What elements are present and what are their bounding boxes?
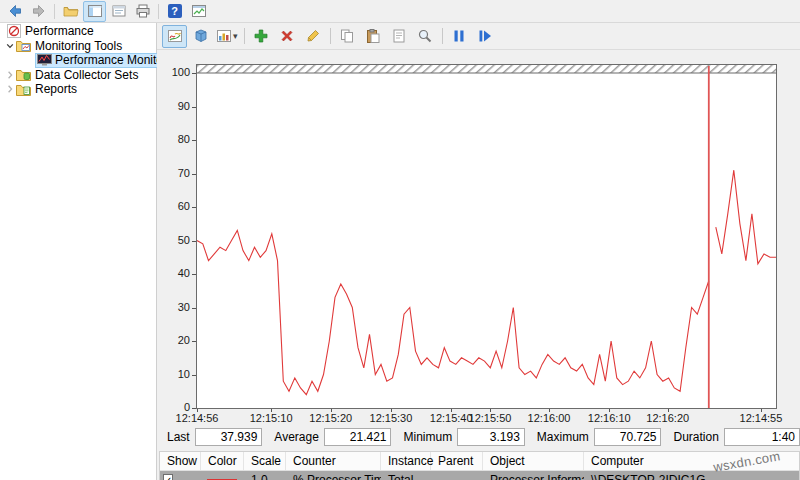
y-axis-tick bbox=[192, 408, 196, 409]
counter-name-cell: % Processor Time bbox=[286, 473, 381, 480]
y-axis-tick bbox=[192, 174, 196, 175]
chevron-expanded-icon[interactable] bbox=[3, 41, 16, 51]
folder-icon bbox=[63, 3, 79, 19]
printer-icon bbox=[135, 3, 151, 19]
chevron-collapsed-icon[interactable] bbox=[3, 70, 16, 80]
chevron-collapsed-icon[interactable] bbox=[3, 84, 16, 94]
y-axis-tick bbox=[192, 308, 196, 309]
x-axis-tick bbox=[761, 409, 762, 412]
performance-chart bbox=[197, 65, 776, 408]
help-icon: ? bbox=[168, 4, 182, 18]
tree-item-label: Monitoring Tools bbox=[35, 39, 122, 53]
column-header-counter[interactable]: Counter bbox=[286, 452, 381, 470]
tree-item-performance-monitor[interactable]: Performance Monitor bbox=[0, 53, 156, 68]
show-checkbox[interactable]: ✓ bbox=[163, 474, 173, 480]
counter-row[interactable]: ✓ 1.0 % Processor Time Total --- Process… bbox=[160, 471, 799, 480]
tree-item-monitoring-tools[interactable]: Monitoring Tools bbox=[0, 39, 156, 54]
column-header-show[interactable]: Show bbox=[160, 452, 201, 470]
x-axis-tick bbox=[609, 409, 610, 412]
toolbar-separator bbox=[158, 4, 159, 19]
tree-item-data-collector-sets[interactable]: Data Collector Sets bbox=[0, 68, 156, 83]
tree-item-label: Reports bbox=[35, 82, 77, 96]
y-axis-tick bbox=[192, 375, 196, 376]
x-axis-label: 12:15:40 bbox=[430, 412, 473, 424]
x-axis-tick bbox=[668, 409, 669, 412]
y-axis-tick bbox=[192, 140, 196, 141]
column-header-parent[interactable]: Parent bbox=[431, 452, 483, 470]
x-axis-tick bbox=[271, 409, 272, 412]
x-axis-tick bbox=[451, 409, 452, 412]
performance-window-button[interactable] bbox=[187, 1, 210, 22]
stat-value-last: 37.939 bbox=[195, 428, 263, 446]
y-axis-label: 20 bbox=[157, 334, 190, 347]
column-header-scale[interactable]: Scale bbox=[244, 452, 286, 470]
console-tree-icon bbox=[87, 3, 103, 19]
counter-show-cell: ✓ bbox=[160, 473, 201, 480]
y-axis-label: 50 bbox=[157, 234, 190, 247]
x-axis-tick bbox=[490, 409, 491, 412]
performance-monitor-icon bbox=[37, 54, 52, 66]
open-folder-button[interactable] bbox=[59, 1, 82, 22]
export-list-button[interactable] bbox=[107, 1, 130, 22]
selected-item-highlight: Performance Monitor bbox=[35, 53, 170, 68]
y-axis-label: 40 bbox=[157, 267, 190, 280]
x-axis-label: 12:15:20 bbox=[309, 412, 352, 424]
y-axis-label: 60 bbox=[157, 200, 190, 213]
column-header-color[interactable]: Color bbox=[201, 452, 244, 470]
counter-scale-cell: 1.0 bbox=[244, 473, 286, 480]
monitoring-tools-folder-icon bbox=[16, 39, 31, 52]
performance-monitor-window: ? Performance Monitoring Tools bbox=[0, 0, 800, 480]
forward-button[interactable] bbox=[27, 1, 50, 22]
tree-item-reports[interactable]: Reports bbox=[0, 82, 156, 97]
dialog-list-icon bbox=[111, 3, 127, 19]
counter-table: Show Color Scale Counter Instance Parent… bbox=[159, 451, 800, 480]
help-button[interactable]: ? bbox=[163, 1, 186, 22]
console-tree-panel: Performance Monitoring Tools Performance… bbox=[0, 23, 157, 480]
x-axis-label: 12:14:56 bbox=[176, 412, 219, 424]
x-axis-label: 12:15:10 bbox=[250, 412, 293, 424]
y-axis-label: 80 bbox=[157, 133, 190, 146]
tree-item-performance[interactable]: Performance bbox=[0, 24, 156, 39]
y-axis-tick bbox=[192, 207, 196, 208]
stat-value-minimum: 3.193 bbox=[457, 428, 525, 446]
x-axis-tick bbox=[391, 409, 392, 412]
data-collector-sets-folder-icon bbox=[16, 68, 31, 81]
y-axis-label: 90 bbox=[157, 100, 190, 113]
column-header-computer[interactable]: Computer bbox=[584, 452, 799, 470]
stat-label: Maximum bbox=[537, 430, 589, 444]
print-button[interactable] bbox=[131, 1, 154, 22]
back-icon bbox=[7, 3, 23, 19]
x-axis-label: 12:15:50 bbox=[469, 412, 512, 424]
stat-label: Last bbox=[167, 430, 190, 444]
forward-icon bbox=[31, 3, 47, 19]
tree-item-label: Performance Monitor bbox=[55, 53, 167, 67]
stat-value-average: 21.421 bbox=[324, 428, 392, 446]
chart-plot[interactable] bbox=[196, 64, 777, 409]
column-header-instance[interactable]: Instance bbox=[381, 452, 431, 470]
y-axis-tick bbox=[192, 73, 196, 74]
mmc-toolbar: ? bbox=[0, 0, 800, 23]
counter-instance-cell: Total bbox=[381, 473, 431, 480]
y-axis-label: 10 bbox=[157, 368, 190, 381]
tree-item-label: Data Collector Sets bbox=[35, 68, 138, 82]
stat-value-maximum: 70.725 bbox=[594, 428, 662, 446]
x-axis-label: 12:15:30 bbox=[370, 412, 413, 424]
x-axis-label: 12:16:20 bbox=[646, 412, 689, 424]
y-axis-tick bbox=[192, 241, 196, 242]
performance-monitor-view: ▾ bbox=[157, 23, 800, 480]
stat-value-duration: 1:40 bbox=[724, 428, 800, 446]
toolbar-separator bbox=[54, 4, 55, 19]
performance-root-icon bbox=[7, 24, 21, 38]
tree-item-label: Performance bbox=[25, 24, 94, 38]
counter-table-header: Show Color Scale Counter Instance Parent… bbox=[160, 452, 799, 471]
column-header-object[interactable]: Object bbox=[483, 452, 584, 470]
y-axis-label: 30 bbox=[157, 301, 190, 314]
show-hide-console-tree-button[interactable] bbox=[83, 1, 106, 22]
scale-hatch-band bbox=[197, 65, 776, 73]
stat-label: Average bbox=[274, 430, 318, 444]
stat-label: Minimum bbox=[403, 430, 452, 444]
value-bar: Last 37.939 Average 21.421 Minimum 3.193… bbox=[157, 427, 800, 447]
reports-folder-icon bbox=[16, 83, 31, 96]
chart-window-icon bbox=[191, 3, 207, 19]
back-button[interactable] bbox=[3, 1, 26, 22]
